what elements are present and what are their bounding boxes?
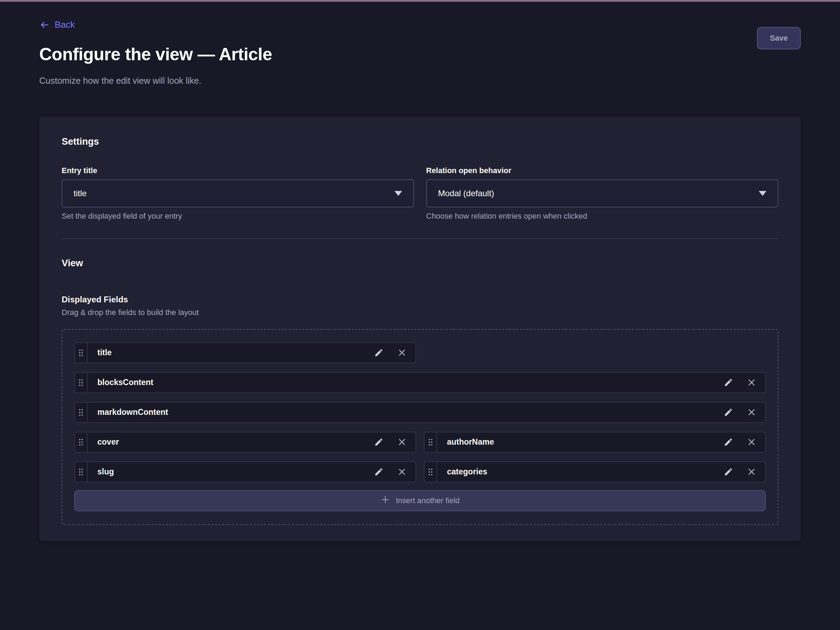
entry-title-value: title <box>74 188 87 198</box>
displayed-fields-title: Displayed Fields <box>62 295 778 305</box>
pencil-icon[interactable] <box>374 437 384 447</box>
insert-field-label: Insert another field <box>396 496 459 505</box>
field-pill-authorName[interactable]: authorName <box>424 432 766 453</box>
field-pill-actions <box>724 403 765 422</box>
back-label: Back <box>55 19 75 30</box>
entry-title-group: Entry title title Set the displayed fiel… <box>62 166 414 221</box>
field-pill-label: blocksContent <box>88 373 724 392</box>
field-pill-label: categories <box>437 462 724 482</box>
pencil-icon[interactable] <box>374 467 384 477</box>
close-icon[interactable] <box>747 467 756 476</box>
configure-view-page: Back Configure the view — Article Custom… <box>0 2 840 541</box>
chevron-down-icon <box>395 191 402 196</box>
relation-behavior-select[interactable]: Modal (default) <box>426 179 779 207</box>
entry-title-select[interactable]: title <box>62 179 414 207</box>
relation-behavior-hint: Choose how relation entries open when cl… <box>426 212 779 221</box>
relation-behavior-label: Relation open behavior <box>426 166 779 175</box>
entry-title-hint: Set the displayed field of your entry <box>62 212 414 221</box>
drag-handle-icon[interactable] <box>75 433 88 452</box>
field-pill-actions <box>724 373 765 392</box>
configuration-card: Settings Entry title title Set the displ… <box>39 117 801 541</box>
field-pill-label: cover <box>88 433 374 452</box>
relation-behavior-value: Modal (default) <box>438 188 494 198</box>
pencil-icon[interactable] <box>724 407 733 417</box>
displayed-fields-hint: Drag & drop the fields to build the layo… <box>62 308 778 317</box>
drag-handle-icon[interactable] <box>75 343 88 363</box>
pencil-icon[interactable] <box>724 378 733 387</box>
relation-behavior-group: Relation open behavior Modal (default) C… <box>426 166 779 221</box>
save-button[interactable]: Save <box>757 27 801 49</box>
field-pill-actions <box>724 462 765 482</box>
drag-handle-icon[interactable] <box>75 462 88 482</box>
field-pill-markdownContent[interactable]: markdownContent <box>74 402 766 423</box>
pencil-icon[interactable] <box>724 437 733 447</box>
back-link[interactable]: Back <box>39 19 75 30</box>
close-icon[interactable] <box>398 467 406 476</box>
drag-handle-icon[interactable] <box>425 462 437 482</box>
field-pill-title[interactable]: title <box>74 342 416 363</box>
pencil-icon[interactable] <box>724 467 733 477</box>
close-icon[interactable] <box>747 408 756 417</box>
view-heading: View <box>62 258 778 269</box>
field-pill-actions <box>374 433 415 452</box>
close-icon[interactable] <box>747 437 756 447</box>
drag-handle-icon[interactable] <box>425 433 437 452</box>
close-icon[interactable] <box>398 348 406 357</box>
field-pill-label: slug <box>88 462 374 482</box>
pencil-icon[interactable] <box>374 348 384 357</box>
field-pill-slug[interactable]: slug <box>74 461 416 483</box>
drag-handle-icon[interactable] <box>75 373 88 392</box>
entry-title-label: Entry title <box>62 166 414 175</box>
settings-form: Entry title title Set the displayed fiel… <box>62 166 778 221</box>
section-divider <box>62 238 778 239</box>
fields-grid: titleblocksContentmarkdownContentcoverau… <box>74 342 766 483</box>
drag-handle-icon[interactable] <box>75 403 88 422</box>
close-icon[interactable] <box>747 378 756 387</box>
left-arrow-icon <box>39 21 50 30</box>
field-pill-label: markdownContent <box>88 403 724 422</box>
field-pill-cover[interactable]: cover <box>74 432 416 453</box>
plus-icon <box>381 495 390 507</box>
field-pill-actions <box>374 462 415 482</box>
insert-field-button[interactable]: Insert another field <box>74 490 766 511</box>
field-pill-categories[interactable]: categories <box>424 461 766 483</box>
field-pill-actions <box>374 343 415 363</box>
page-subtitle: Customize how the edit view will look li… <box>39 76 801 86</box>
chevron-down-icon <box>759 191 766 196</box>
field-pill-label: title <box>88 343 374 363</box>
page-title: Configure the view — Article <box>39 44 801 65</box>
fields-drop-zone: titleblocksContentmarkdownContentcoverau… <box>62 329 778 525</box>
close-icon[interactable] <box>398 437 406 447</box>
field-pill-label: authorName <box>437 433 724 452</box>
settings-heading: Settings <box>62 136 778 147</box>
field-pill-blocksContent[interactable]: blocksContent <box>74 372 766 393</box>
field-pill-actions <box>724 433 765 452</box>
